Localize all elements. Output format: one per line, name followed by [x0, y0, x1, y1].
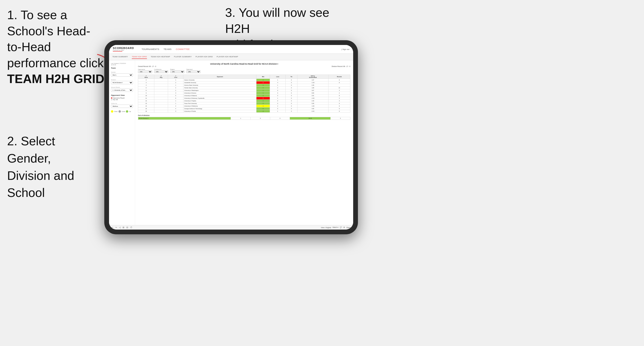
tab-player-h2h-grid[interactable]: PLAYER H2H GRID — [196, 55, 213, 59]
row-win: 4 — [256, 87, 270, 89]
row-opponent: Texas Tech University — [184, 102, 256, 105]
division-select[interactable]: NCAA Division I — [111, 81, 133, 84]
row-win: 3 — [256, 94, 270, 97]
comment-button[interactable]: 💬 — [340, 226, 342, 228]
gender-select[interactable]: Men's — [111, 73, 133, 77]
redo-button[interactable]: ↪ — [115, 226, 117, 229]
grid-button[interactable]: ⊞ — [344, 226, 345, 228]
row-opponent: Vanderbilt University — [184, 81, 256, 84]
nav-committee[interactable]: COMMITTEE — [176, 48, 190, 50]
row-rank: 4 — [138, 84, 154, 87]
tab-team-h2h-heatmap[interactable]: TEAM H2H HEATMAP — [151, 55, 170, 59]
row-win: 0 — [256, 107, 270, 110]
table-row: 4 1 Arizona State University 5 1 0 2.29 — [138, 84, 350, 87]
logo: SCOREBOARD Powered by clippi — [113, 47, 134, 52]
table-row: 15 4 Georgia Institute of Technology 0 5… — [138, 107, 350, 110]
row-win: 3 — [256, 102, 270, 105]
colour-by-section: Colour by Win/loss — [111, 103, 133, 108]
row-opponent: University of Arkansas, Fayetteville — [184, 97, 256, 100]
col-win: Win — [256, 75, 270, 79]
last-updated: Last Updated: 27/03/202416:55:38 — [111, 63, 133, 66]
row-conf: 2 — [168, 87, 184, 89]
table-row: 13 1 Texas Tech University 3 0 0 5.56 9 — [138, 102, 350, 105]
back-button[interactable]: ◁ — [119, 226, 121, 229]
ood-win: 1 — [231, 117, 250, 120]
row-loss: 5 — [270, 107, 286, 110]
row-conf: 1 — [168, 102, 184, 105]
sign-out-button[interactable]: | Sign out — [341, 48, 350, 50]
row-diff: 5.56 — [297, 102, 328, 105]
row-opponent: University of Washington — [184, 89, 256, 92]
radio-dot-played — [111, 97, 112, 99]
radio-opponents-played[interactable]: Opponents Played — [111, 97, 133, 99]
school-section: School (Rank) 1. University of Nort... — [111, 87, 133, 92]
row-loss: 4 — [270, 81, 286, 84]
copy-button[interactable]: ⊞ — [122, 226, 124, 229]
row-rounds: 9 — [328, 110, 350, 113]
row-rank: 16 — [138, 110, 154, 113]
nav-teams[interactable]: TEAMS — [164, 48, 172, 50]
table-row: 14 2 University of Oklahoma 1 2 0 -1.00 … — [138, 105, 350, 107]
tablet-device: SCOREBOARD Powered by clippi TOURNAMENTS… — [104, 40, 358, 234]
table-row: 8 2 University of Washington 1 0 0 3.67 … — [138, 89, 350, 92]
tab-team-h2h-grid[interactable]: TEAM H2H GRID — [132, 55, 147, 59]
row-loss: 1 — [270, 97, 286, 100]
colour-by-select[interactable]: Win/loss — [111, 105, 133, 108]
conference-select[interactable]: (All) — [154, 70, 168, 73]
row-win: 1 — [256, 100, 270, 102]
row-tie: 0 — [286, 87, 298, 89]
row-opponent: Arizona State University — [184, 84, 256, 87]
row-reg — [154, 87, 168, 89]
radio-top-100[interactable]: Top 100 — [111, 99, 133, 100]
ood-loss: 0 — [250, 117, 270, 120]
row-rounds: 3 — [328, 97, 350, 100]
col-rounds: Rounds — [328, 75, 350, 79]
tab-player-summary[interactable]: PLAYER SUMMARY — [174, 55, 192, 59]
gender-label: Gender — [111, 71, 133, 73]
opponents-select[interactable]: (All) — [138, 70, 152, 73]
row-loss: 0 — [270, 94, 286, 97]
tab-player-h2h-heatmap[interactable]: PLAYER H2H HEATMAP — [217, 55, 238, 59]
paste-button[interactable]: ⊟ — [126, 226, 128, 229]
gender-section: Gender Men's — [111, 71, 133, 77]
school-select[interactable]: 1. University of Nort... — [111, 89, 133, 92]
row-tie: 0 — [286, 107, 298, 110]
table-row: 3 2 Vanderbilt University 0 4 0 -2.29 8 — [138, 81, 350, 84]
row-reg — [154, 92, 168, 94]
undo-button[interactable]: ↩ — [112, 226, 113, 229]
row-tie: 0 — [286, 102, 298, 105]
row-reg — [154, 110, 168, 113]
share-button[interactable]: Share — [346, 227, 351, 228]
row-reg — [154, 97, 168, 100]
row-diff: 2.61 — [297, 94, 328, 97]
time-button[interactable]: ⏱ — [130, 226, 132, 229]
view-label[interactable]: View: Original — [321, 227, 331, 228]
row-loss: 2 — [270, 105, 286, 107]
h2h-table: #Rank #Reg #Conf Opponent Win Loss Tie D… — [138, 75, 350, 113]
nav-tournaments[interactable]: TOURNAMENTS — [142, 48, 159, 50]
col-tie: Tie — [286, 75, 298, 79]
table-row: 9 3 University of Arizona 1 0 0 9.00 2 — [138, 92, 350, 94]
main-content: Last Updated: 27/03/202416:55:38 Team Ge… — [109, 60, 353, 225]
row-conf: 3 — [168, 92, 184, 94]
row-rank: 3 — [138, 81, 154, 84]
row-rounds — [328, 84, 350, 87]
row-loss: 1 — [270, 79, 286, 81]
region-select[interactable]: (All) — [170, 70, 184, 73]
row-rounds: 3 — [328, 100, 350, 102]
row-reg — [154, 89, 168, 92]
row-win: 5 — [256, 84, 270, 87]
row-rank: 12 — [138, 100, 154, 102]
radio-dot-top100 — [111, 99, 112, 100]
row-conf: 1 — [168, 79, 184, 81]
row-rounds: 9 — [328, 102, 350, 105]
row-loss: 2 — [270, 87, 286, 89]
opponent-view-section: Opponent View Opponents Played Top 100 — [111, 94, 133, 100]
row-tie: 0 — [286, 97, 298, 100]
row-rank: 11 — [138, 97, 154, 100]
tab-team-summary[interactable]: TEAM SUMMARY — [112, 55, 128, 59]
ood-tie: 0 — [270, 117, 290, 120]
opponent-select[interactable]: (All) — [186, 70, 200, 73]
watch-button[interactable]: Watch ▾ — [332, 226, 339, 228]
row-tie: 0 — [286, 89, 298, 92]
